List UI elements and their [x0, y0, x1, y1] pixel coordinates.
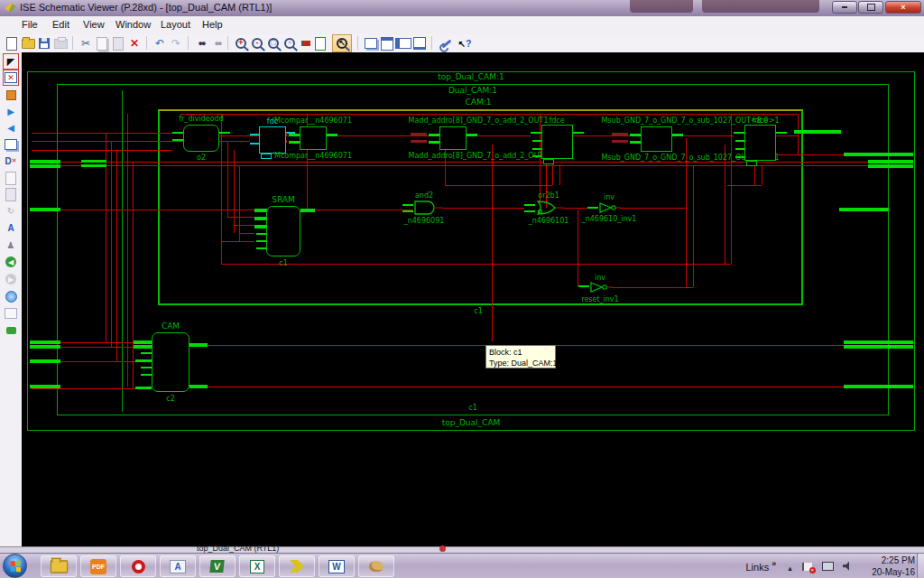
- undo-icon: ↶: [155, 38, 164, 49]
- taskbar-font-viewer[interactable]: A: [160, 555, 196, 577]
- and2-gate[interactable]: [413, 200, 444, 216]
- or2b1-gate[interactable]: [535, 200, 566, 216]
- disabled-tool-icon[interactable]: [4, 171, 18, 185]
- taskbar-file-explorer[interactable]: [41, 555, 77, 577]
- block-fdce2[interactable]: [744, 125, 776, 161]
- maximize-button[interactable]: [858, 1, 883, 14]
- cut-button[interactable]: ✂: [78, 35, 94, 51]
- vim-icon: V: [210, 560, 226, 573]
- inv-gate-reset[interactable]: [589, 281, 613, 294]
- taskbar-yellow-arrow-app[interactable]: [279, 555, 315, 577]
- cut-icon: ✂: [81, 38, 90, 49]
- close-button[interactable]: ×: [885, 1, 921, 14]
- menu-layout[interactable]: Layout: [161, 19, 190, 30]
- font-viewer-icon: A: [170, 560, 185, 573]
- paste-button[interactable]: [110, 35, 126, 51]
- back-tool-icon[interactable]: ◀: [4, 120, 18, 135]
- disabled-windows-icon[interactable]: [4, 306, 18, 321]
- delete-button[interactable]: ✕: [126, 35, 143, 51]
- show-desktop-button[interactable]: [917, 554, 924, 578]
- web-tool-icon[interactable]: [4, 289, 18, 303]
- close-icon: ×: [901, 3, 905, 12]
- action-center-flag-icon[interactable]: ×: [802, 563, 812, 571]
- block-fr-divideodd-instance: o2: [197, 154, 206, 162]
- annotate-tool-icon[interactable]: A: [4, 220, 18, 235]
- menu-view[interactable]: View: [83, 19, 105, 30]
- block-fr-divideodd[interactable]: [183, 125, 219, 152]
- start-button[interactable]: [3, 554, 27, 578]
- menu-file[interactable]: File: [22, 19, 38, 30]
- hierarchy-label-mid: Dual_CAM:1: [448, 87, 497, 95]
- delete-object-tool-icon[interactable]: D✕: [4, 154, 18, 168]
- block-sram[interactable]: [266, 206, 300, 256]
- block-fr-divideodd-type: fr_divideodd: [179, 115, 223, 123]
- zoom-in-button[interactable]: +: [233, 35, 249, 51]
- copy-button[interactable]: [94, 35, 110, 51]
- redo-button[interactable]: ↷: [168, 35, 184, 51]
- context-help-button[interactable]: ↖?: [457, 35, 473, 51]
- taskbar: PDF A V X W Links » ▴ × 2:25 PM 20-May-1…: [0, 553, 924, 578]
- settings-button[interactable]: [439, 35, 455, 51]
- zoom-full-button[interactable]: □: [265, 35, 282, 51]
- block-fdc-notch: [261, 154, 272, 159]
- cascade-windows-button[interactable]: [363, 35, 379, 51]
- tile-horizontal-button[interactable]: [379, 35, 395, 51]
- block-madd[interactable]: [439, 126, 467, 150]
- links-label[interactable]: Links: [745, 562, 769, 573]
- block-mcompar-type: Mcompar__n4696071: [274, 117, 352, 125]
- windows-tool-icon[interactable]: [4, 137, 18, 152]
- block-msub[interactable]: [641, 126, 672, 152]
- message-bubble-icon[interactable]: [4, 323, 18, 338]
- block-mcompar-instance: Mcompar__n4696071: [274, 152, 352, 160]
- find-next-button[interactable]: ●●: [209, 35, 226, 51]
- refresh-sheet-button[interactable]: [312, 35, 328, 51]
- user-tool-icon[interactable]: ♟: [4, 238, 18, 252]
- block-fdce1[interactable]: [541, 125, 573, 159]
- minimize-icon: [842, 6, 847, 8]
- disabled-tool-icon[interactable]: [4, 187, 18, 201]
- menu-edit[interactable]: Edit: [52, 19, 69, 30]
- links-chevron-icon[interactable]: »: [772, 559, 776, 568]
- tile-vertical-button[interactable]: [395, 35, 411, 51]
- inv-gate-1[interactable]: [598, 201, 622, 214]
- select-zoom-tool-button[interactable]: ↖: [332, 34, 352, 52]
- print-button[interactable]: [52, 35, 69, 51]
- puzzle-tool-icon[interactable]: [4, 88, 18, 102]
- network-icon[interactable]: [822, 562, 834, 571]
- taskbar-paint[interactable]: [358, 555, 394, 577]
- inv1-type: inv: [604, 193, 614, 201]
- minimize-button[interactable]: [832, 1, 857, 14]
- taskbar-clock[interactable]: 2:25 PM 20-May-16: [872, 555, 915, 578]
- taskbar-opera[interactable]: [120, 555, 156, 577]
- volume-icon[interactable]: [843, 562, 852, 571]
- forward-history-icon[interactable]: ▶: [4, 272, 18, 286]
- menu-help[interactable]: Help: [202, 19, 223, 30]
- tray-expand-icon[interactable]: ▴: [788, 564, 792, 573]
- tile-vertical-icon: [395, 38, 411, 49]
- schematic-tool-icon[interactable]: ✕: [4, 70, 18, 85]
- taskbar-word[interactable]: W: [319, 555, 355, 577]
- taskbar-pdf-reader[interactable]: PDF: [80, 555, 116, 577]
- arrange-windows-button[interactable]: [411, 35, 428, 51]
- hierarchy-box-cam[interactable]: [158, 109, 803, 305]
- zoom-out-button[interactable]: -: [249, 35, 265, 51]
- block-cam-instance: c2: [166, 395, 175, 403]
- menu-window[interactable]: Window: [116, 19, 151, 30]
- wrench-icon: [441, 39, 451, 48]
- block-sram-type: SRAM: [272, 196, 295, 204]
- new-button[interactable]: [4, 35, 20, 51]
- forward-tool-icon[interactable]: ▶: [4, 104, 18, 118]
- block-cam[interactable]: [152, 332, 189, 392]
- taskbar-excel[interactable]: X: [239, 555, 275, 577]
- taskbar-vim[interactable]: V: [199, 555, 236, 577]
- open-button[interactable]: [20, 35, 36, 51]
- select-tool-icon[interactable]: ◤: [4, 54, 18, 69]
- block-mcompar[interactable]: [300, 126, 327, 150]
- undo-button[interactable]: ↶: [152, 35, 168, 51]
- disabled-refresh-tool-icon[interactable]: ↻: [4, 203, 18, 218]
- block-fdc[interactable]: [259, 126, 286, 154]
- save-button[interactable]: [36, 35, 52, 51]
- back-history-icon[interactable]: ◀: [4, 255, 18, 269]
- find-button[interactable]: ●●: [193, 35, 209, 51]
- zoom-region-button[interactable]: ▫: [282, 35, 298, 51]
